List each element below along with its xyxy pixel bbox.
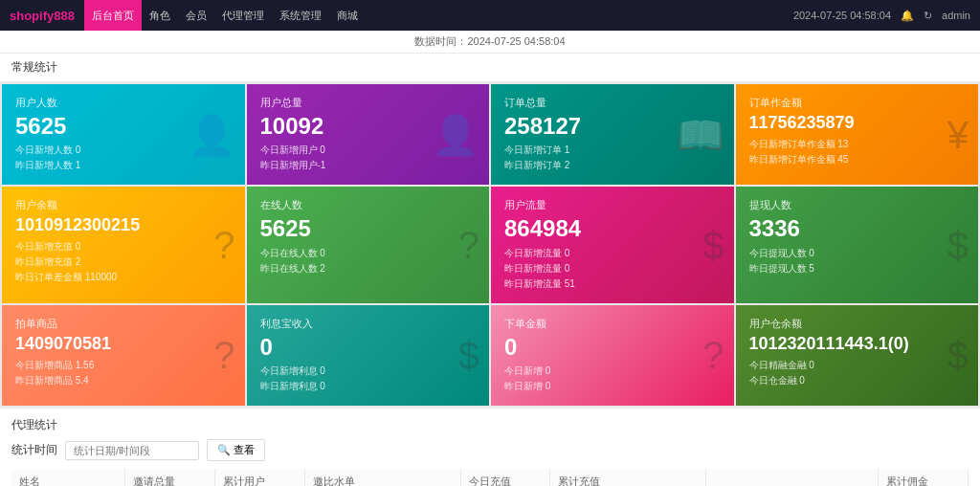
question2-icon: ? bbox=[458, 224, 479, 267]
card-goods-sub: 今日新增商品 1.56昨日新增商品 5.4 bbox=[15, 358, 232, 388]
card-online: 在线人数 5625 今日在线人数 0昨日在线人数 2 ? bbox=[247, 187, 490, 302]
card-goods-label: 拍单商品 bbox=[15, 317, 232, 331]
stats-grid: 用户人数 5625 今日新增人数 0昨日新增人数 1 👤 用户总量 10092 … bbox=[0, 82, 980, 408]
top-navigation: shopify888 后台首页 角色 会员 代理管理 系统管理 商城 2024-… bbox=[0, 0, 980, 31]
header-bar: 数据时间：2024-07-25 04:58:04 bbox=[0, 31, 980, 54]
book-icon: 📖 bbox=[677, 112, 724, 157]
bell-icon[interactable]: 🔔 bbox=[901, 10, 914, 22]
table-header: 姓名 邀请总量 累计用户 邀比水单 今日充值 累计充值 累计佣金 bbox=[11, 469, 969, 486]
nav-item-role[interactable]: 角色 bbox=[142, 9, 178, 23]
yen-icon: ¥ bbox=[947, 113, 969, 156]
col-blurred bbox=[706, 469, 879, 486]
card-traffic: 用户流量 864984 今日新增流量 0昨日新增流量 0昨日新增流量 51 $ bbox=[491, 187, 734, 302]
card-total-users: 用户总量 10092 今日新增用户 0昨日新增用户-1 👤 bbox=[247, 84, 490, 185]
card-withdraw-users-sub: 今日提现人数 0昨日提现人数 5 bbox=[749, 246, 966, 276]
card-orders-label: 订单总量 bbox=[504, 96, 721, 110]
section-stats-title: 常规统计 bbox=[0, 54, 980, 82]
agent-section: 代理统计 统计时间 🔍 查看 姓名 邀请总量 累计用户 邀比水单 今日充值 累计… bbox=[0, 409, 980, 486]
dollar4-icon: $ bbox=[947, 334, 969, 377]
card-users-label: 用户人数 bbox=[15, 96, 232, 110]
card-interest: 利息宝收入 0 今日新增利息 0昨日新增利息 0 $ bbox=[247, 305, 490, 406]
card-order-amount2-label: 下单金额 bbox=[504, 317, 721, 331]
agent-table: 姓名 邀请总量 累计用户 邀比水单 今日充值 累计充值 累计佣金 111111 … bbox=[11, 469, 969, 486]
col-ratio: 邀比水单 bbox=[304, 469, 460, 486]
card-warehouse-balance: 用户仓余额 1012320111443.1(0) 今日精融金融 0今日仓金融 0… bbox=[736, 305, 979, 406]
card-warehouse-balance-value: 1012320111443.1(0) bbox=[749, 335, 966, 354]
nav-item-mall[interactable]: 商城 bbox=[329, 9, 366, 23]
col-invite: 邀请总量 bbox=[125, 469, 215, 486]
dollar3-icon: $ bbox=[458, 334, 479, 377]
card-order-amount-label: 订单作金额 bbox=[749, 96, 966, 110]
header-datetime-label: 数据时间：2024-07-25 04:58:04 bbox=[414, 35, 565, 47]
card-order-amount: 订单作金额 11756235879 今日新增订单作金额 13昨日新增订单作金额 … bbox=[736, 84, 979, 185]
card-total-users-label: 用户总量 bbox=[260, 96, 477, 110]
question4-icon: ? bbox=[702, 334, 724, 377]
nav-item-system[interactable]: 系统管理 bbox=[272, 9, 329, 23]
card-user-balance-sub: 今日新增充值 0昨日新增充值 2昨日订单差金额 110000 bbox=[15, 239, 232, 285]
card-warehouse-balance-sub: 今日精融金融 0今日仓金融 0 bbox=[749, 358, 966, 388]
card-online-value: 5625 bbox=[260, 216, 477, 241]
card-order-amount2-sub: 今日新增 0昨日新增 0 bbox=[504, 364, 721, 394]
col-name: 姓名 bbox=[11, 469, 125, 486]
admin-label[interactable]: admin bbox=[942, 10, 970, 21]
user2-icon: 👤 bbox=[432, 112, 479, 157]
nav-item-agent[interactable]: 代理管理 bbox=[214, 9, 272, 23]
nav-item-member[interactable]: 会员 bbox=[178, 9, 214, 23]
nav-datetime: 2024-07-25 04:58:04 bbox=[793, 10, 891, 21]
filter-row: 统计时间 🔍 查看 bbox=[11, 439, 969, 461]
card-traffic-value: 864984 bbox=[504, 216, 721, 241]
dollar1-icon: $ bbox=[702, 224, 724, 267]
card-interest-sub: 今日新增利息 0昨日新增利息 0 bbox=[260, 364, 477, 394]
card-user-balance: 用户余额 1010912300215 今日新增充值 0昨日新增充值 2昨日订单差… bbox=[2, 187, 245, 302]
card-interest-value: 0 bbox=[260, 335, 477, 360]
search-label: 查看 bbox=[234, 443, 255, 457]
dollar2-icon: $ bbox=[947, 224, 969, 267]
card-order-amount2: 下单金额 0 今日新增 0昨日新增 0 ? bbox=[491, 305, 734, 406]
agent-title: 代理统计 bbox=[11, 417, 969, 433]
card-withdraw-users: 提现人数 3336 今日提现人数 0昨日提现人数 5 $ bbox=[736, 187, 979, 302]
card-online-label: 在线人数 bbox=[260, 198, 477, 212]
card-withdraw-users-value: 3336 bbox=[749, 216, 966, 241]
card-traffic-label: 用户流量 bbox=[504, 198, 721, 212]
card-withdraw-users-label: 提现人数 bbox=[749, 198, 966, 212]
col-today: 今日充值 bbox=[460, 469, 550, 486]
nav-right-area: 2024-07-25 04:58:04 🔔 ↻ admin bbox=[793, 10, 970, 22]
col-users: 累计用户 bbox=[214, 469, 304, 486]
card-goods: 拍单商品 1409070581 今日新增商品 1.56昨日新增商品 5.4 ? bbox=[2, 305, 245, 406]
col-commission: 累计佣金 bbox=[879, 469, 969, 486]
search-button[interactable]: 🔍 查看 bbox=[207, 439, 265, 461]
question1-icon: ? bbox=[213, 224, 234, 267]
filter-label: 统计时间 bbox=[11, 442, 57, 458]
filter-date-input[interactable] bbox=[65, 441, 199, 460]
card-order-amount-sub: 今日新增订单作金额 13昨日新增订单作金额 45 bbox=[749, 137, 966, 167]
card-user-balance-label: 用户余额 bbox=[15, 198, 232, 212]
agent-table-wrapper: 姓名 邀请总量 累计用户 邀比水单 今日充值 累计充值 累计佣金 111111 … bbox=[11, 469, 969, 486]
refresh-icon[interactable]: ↻ bbox=[924, 10, 932, 22]
col-total-recharge: 累计充值 bbox=[550, 469, 706, 486]
card-users: 用户人数 5625 今日新增人数 0昨日新增人数 1 👤 bbox=[2, 84, 245, 185]
card-orders: 订单总量 258127 今日新增订单 1昨日新增订单 2 📖 bbox=[491, 84, 734, 185]
user-icon: 👤 bbox=[188, 112, 235, 157]
logo: shopify888 bbox=[10, 9, 75, 23]
card-user-balance-value: 1010912300215 bbox=[15, 216, 232, 235]
nav-item-home[interactable]: 后台首页 bbox=[84, 0, 142, 31]
card-interest-label: 利息宝收入 bbox=[260, 317, 477, 331]
card-goods-value: 1409070581 bbox=[15, 335, 232, 354]
search-icon: 🔍 bbox=[217, 444, 231, 456]
card-traffic-sub: 今日新增流量 0昨日新增流量 0昨日新增流量 51 bbox=[504, 246, 721, 292]
card-order-amount-value: 11756235879 bbox=[749, 114, 966, 133]
question3-icon: ? bbox=[213, 334, 234, 377]
card-order-amount2-value: 0 bbox=[504, 335, 721, 360]
card-warehouse-balance-label: 用户仓余额 bbox=[749, 317, 966, 331]
card-online-sub: 今日在线人数 0昨日在线人数 2 bbox=[260, 246, 477, 276]
nav-items: 后台首页 角色 会员 代理管理 系统管理 商城 bbox=[84, 0, 366, 31]
